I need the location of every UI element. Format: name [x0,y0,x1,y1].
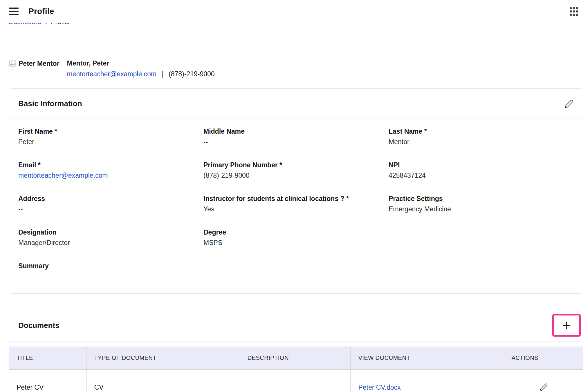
required-marker: * [344,195,349,202]
field-label: Instructor for students at clinical loca… [203,195,344,202]
field-designation: Designation Manager/Director [18,228,203,247]
section-title-basic-information: Basic Information [18,99,82,108]
field-label: Degree [203,228,226,236]
field-primary-phone: Primary Phone Number * (878)-219-9000 [203,161,389,180]
cell-description [240,370,351,392]
edit-document-button[interactable] [538,381,550,392]
field-address: Address -- [18,195,203,213]
field-value: Mentor [389,138,574,146]
field-degree: Degree MSPS [203,228,389,247]
separator: | [162,70,163,78]
field-label: Designation [18,228,57,236]
basic-information-header: Basic Information [9,89,583,119]
email-link[interactable]: mentorteacher@example.com [67,70,156,78]
phone-number: (878)-219-9000 [169,70,215,78]
field-first-name: First Name * Peter [18,128,203,146]
field-value: Emergency Medicine [389,205,574,213]
cell-title: Peter CV [9,370,86,392]
page-title: Profile [28,7,54,16]
avatar: Peter Mentor [9,59,59,68]
field-last-name: Last Name * Mentor [389,128,574,146]
field-label: Last Name [389,128,422,135]
profile-summary: Peter Mentor Mentor, Peter mentorteacher… [9,59,583,78]
column-header-view-document: VIEW DOCUMENT [351,346,504,370]
field-label: First Name [18,128,53,135]
field-label: Summary [18,262,49,270]
documents-card: Documents + TITLE TYPE OF DOCUMENT DESCR… [9,309,583,392]
field-value: -- [18,205,203,213]
pencil-icon [539,383,548,392]
field-value [18,273,203,281]
cell-view-document: Peter CV.docx [351,370,504,392]
contact-row: mentorteacher@example.com | (878)-219-90… [67,70,215,78]
field-npi: NPI 4258437124 [389,161,574,180]
field-value: (878)-219-9000 [203,172,389,180]
field-email: Email * mentorteacher@example.com [18,161,203,180]
identity-block: Mentor, Peter mentorteacher@example.com … [67,59,215,78]
section-title-documents: Documents [18,321,59,330]
user-full-name: Mentor, Peter [67,59,215,67]
cell-actions [504,370,583,392]
hamburger-menu-icon[interactable] [9,5,22,18]
documents-header: Documents + [9,309,583,342]
column-header-title: TITLE [9,346,86,370]
fields-grid: First Name * Peter Middle Name -- Last N… [18,128,574,281]
field-value: Yes [203,205,389,213]
field-value: Peter [18,138,203,146]
field-value: MSPS [203,239,389,247]
field-value: -- [203,138,389,146]
annotation-highlight: + [552,314,581,337]
field-summary: Summary [18,262,203,281]
plus-icon: + [562,317,571,333]
field-value: Manager/Director [18,239,203,247]
required-marker: * [36,161,40,169]
column-header-actions: ACTIONS [504,346,583,370]
broken-image-icon [9,59,17,68]
document-link[interactable]: Peter CV.docx [358,384,401,391]
field-practice-settings: Practice Settings Emergency Medicine [389,195,574,213]
field-label: Address [18,195,45,202]
field-label: Middle Name [203,128,245,135]
avatar-alt-text: Peter Mentor [19,60,59,68]
table-header-row: TITLE TYPE OF DOCUMENT DESCRIPTION VIEW … [9,346,583,370]
basic-information-card: Basic Information First Name * Peter Mid… [9,88,583,294]
table-row: Peter CV CV Peter CV.docx [9,370,583,392]
edit-basic-information-button[interactable] [563,97,576,110]
column-header-type: TYPE OF DOCUMENT [86,346,240,370]
basic-information-body: First Name * Peter Middle Name -- Last N… [9,119,583,293]
field-label: NPI [389,161,400,169]
field-label: Practice Settings [389,195,443,202]
field-email-link[interactable]: mentorteacher@example.com [18,172,108,179]
field-value: 4258437124 [389,172,574,180]
apps-grid-icon[interactable] [569,6,579,17]
pencil-icon [564,99,574,108]
main-content: Dashboard › Profile Peter Mentor Mentor,… [0,0,588,392]
field-instructor-clinical: Instructor for students at clinical loca… [203,195,389,213]
field-label: Email [18,161,36,169]
add-document-button[interactable]: + [554,315,579,335]
column-header-description: DESCRIPTION [240,346,351,370]
required-marker: * [422,128,427,135]
field-label: Primary Phone Number [203,161,278,169]
field-middle-name: Middle Name -- [203,128,389,146]
documents-table: TITLE TYPE OF DOCUMENT DESCRIPTION VIEW … [9,346,583,392]
required-marker: * [53,128,57,135]
required-marker: * [278,161,282,169]
top-bar: Profile [0,0,588,23]
cell-type: CV [86,370,240,392]
